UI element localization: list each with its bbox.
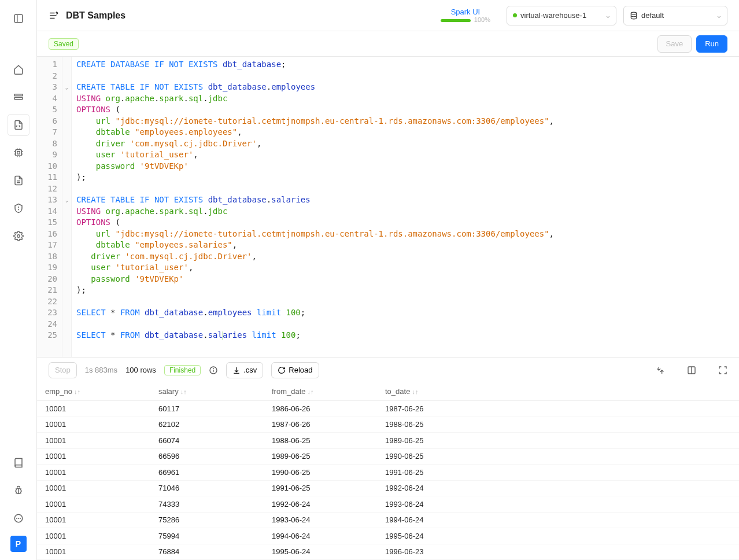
chat-icon[interactable] xyxy=(8,508,29,529)
svg-point-27 xyxy=(16,518,17,519)
saved-tag: Saved xyxy=(49,38,79,50)
fold-gutter: ⌄⌄ xyxy=(62,57,72,357)
csv-label: .csv xyxy=(243,366,257,374)
home-icon[interactable] xyxy=(8,59,29,80)
reload-button[interactable]: Reload xyxy=(271,362,319,378)
table-cell: 1989-06-25 xyxy=(264,447,377,465)
security-icon[interactable] xyxy=(8,198,29,219)
table-cell: 60117 xyxy=(150,400,264,418)
table-cell: 10001 xyxy=(37,400,150,418)
info-icon[interactable] xyxy=(209,366,218,375)
panel-collapse-icon[interactable] xyxy=(8,8,29,29)
csv-button[interactable]: .csv xyxy=(226,362,263,378)
table-cell: 10001 xyxy=(37,479,150,497)
table-cell: 10001 xyxy=(37,511,150,529)
bug-icon[interactable] xyxy=(8,480,29,501)
data-icon[interactable] xyxy=(8,87,29,108)
docs-icon[interactable] xyxy=(8,170,29,191)
fullscreen-icon[interactable] xyxy=(718,366,727,375)
line-gutter: 1234567891011121314151617181920212223242… xyxy=(37,57,62,357)
run-button[interactable]: Run xyxy=(696,35,727,53)
svg-line-23 xyxy=(20,488,21,489)
warehouse-value: virtual-warehouse-1 xyxy=(520,11,586,20)
table-cell: 66961 xyxy=(150,463,264,481)
status-tag: Finished xyxy=(164,365,201,375)
split-icon[interactable] xyxy=(687,366,696,375)
table-cell: 10001 xyxy=(37,543,150,560)
database-dropdown[interactable]: default ⌄ xyxy=(623,6,727,25)
column-header[interactable]: emp_no↓↑ xyxy=(37,382,150,400)
spark-ui-link[interactable]: Spark UI xyxy=(451,8,481,16)
table-cell: 1990-06-25 xyxy=(377,447,490,465)
svg-rect-5 xyxy=(17,152,20,154)
reload-icon xyxy=(278,366,286,374)
table-cell: 66074 xyxy=(150,432,264,450)
table-cell: 10001 xyxy=(37,432,150,450)
reload-label: Reload xyxy=(289,366,312,374)
table-row[interactable]: 10001601171986-06-261987-06-26 xyxy=(37,401,739,417)
svg-point-36 xyxy=(213,369,214,369)
table-cell: 1992-06-24 xyxy=(264,495,377,513)
table-cell: 1994-06-24 xyxy=(264,527,377,545)
svg-point-29 xyxy=(20,518,20,519)
table-cell: 1995-06-24 xyxy=(377,527,490,545)
svg-point-33 xyxy=(631,12,636,14)
table-row[interactable]: 10001752861993-06-241994-06-24 xyxy=(37,513,739,529)
table-cell: 66596 xyxy=(150,447,264,465)
page-title: DBT Samples xyxy=(66,10,125,21)
warehouse-dropdown[interactable]: virtual-warehouse-1 ⌄ xyxy=(507,6,616,25)
svg-point-16 xyxy=(18,209,19,210)
svg-point-28 xyxy=(18,518,19,519)
collapse-icon[interactable] xyxy=(656,366,665,375)
table-cell: 75994 xyxy=(150,527,264,545)
svg-point-17 xyxy=(17,235,20,238)
table-row[interactable]: 10001660741988-06-251989-06-25 xyxy=(37,433,739,449)
svg-line-25 xyxy=(20,493,21,494)
table-cell: 1988-06-25 xyxy=(377,415,490,433)
chevron-down-icon: ⌄ xyxy=(605,11,611,20)
table-cell: 1992-06-24 xyxy=(377,479,490,497)
table-cell: 10001 xyxy=(37,463,150,481)
table-cell: 62102 xyxy=(150,415,264,433)
table-row[interactable]: 10001743331992-06-241993-06-24 xyxy=(37,496,739,513)
spark-ui-block[interactable]: Spark UI 100% xyxy=(441,8,490,23)
column-header[interactable]: salary↓↑ xyxy=(150,382,264,400)
table-cell: 1987-06-26 xyxy=(264,415,377,433)
table-cell: 74333 xyxy=(150,495,264,513)
table-cell: 1991-06-25 xyxy=(377,463,490,481)
stop-button: Stop xyxy=(49,362,77,378)
download-icon xyxy=(232,366,241,374)
header: DBT Samples Spark UI 100% virtual-wareho… xyxy=(37,0,739,31)
column-header[interactable]: from_date↓↑ xyxy=(264,382,377,400)
compute-icon[interactable] xyxy=(8,142,29,163)
table-row[interactable]: 10001768841995-06-241996-06-23 xyxy=(37,544,739,561)
status-dot xyxy=(513,13,517,17)
table-cell: 1986-06-26 xyxy=(264,400,377,418)
table-row[interactable]: 10001759941994-06-241995-06-24 xyxy=(37,528,739,544)
table-cell: 71046 xyxy=(150,479,264,497)
results-toolbar: Stop 1s 883ms 100 rows Finished .csv Rel… xyxy=(37,357,739,382)
svg-rect-4 xyxy=(15,150,21,156)
table-cell: 1994-06-24 xyxy=(377,511,490,529)
settings-icon[interactable] xyxy=(8,226,29,246)
table-cell: 1993-06-24 xyxy=(377,495,490,513)
menu-toggle-icon[interactable] xyxy=(49,10,59,21)
spark-percent: 100% xyxy=(474,16,490,23)
code-editor[interactable]: 1234567891011121314151617181920212223242… xyxy=(37,57,739,357)
table-cell: 1988-06-25 xyxy=(264,432,377,450)
table-row[interactable]: 10001621021987-06-261988-06-25 xyxy=(37,417,739,433)
book-icon[interactable] xyxy=(8,452,29,473)
toolbar: Saved Save Run xyxy=(37,31,739,57)
sql-editor-icon[interactable] xyxy=(8,115,29,135)
table-row[interactable]: 10001710461991-06-251992-06-24 xyxy=(37,481,739,497)
code-content[interactable]: CREATE DATABASE IF NOT EXISTS dbt_databa… xyxy=(72,57,739,357)
table-row[interactable]: 10001665961989-06-251990-06-25 xyxy=(37,449,739,465)
svg-rect-0 xyxy=(14,14,23,23)
table-cell: 10001 xyxy=(37,447,150,465)
svg-rect-2 xyxy=(14,94,23,96)
table-row[interactable]: 10001669611990-06-251991-06-25 xyxy=(37,465,739,481)
avatar[interactable]: P xyxy=(10,536,27,552)
column-header[interactable]: to_date↓↑ xyxy=(377,382,490,400)
spark-progress-bar xyxy=(441,19,471,22)
table-cell: 1989-06-25 xyxy=(377,432,490,450)
